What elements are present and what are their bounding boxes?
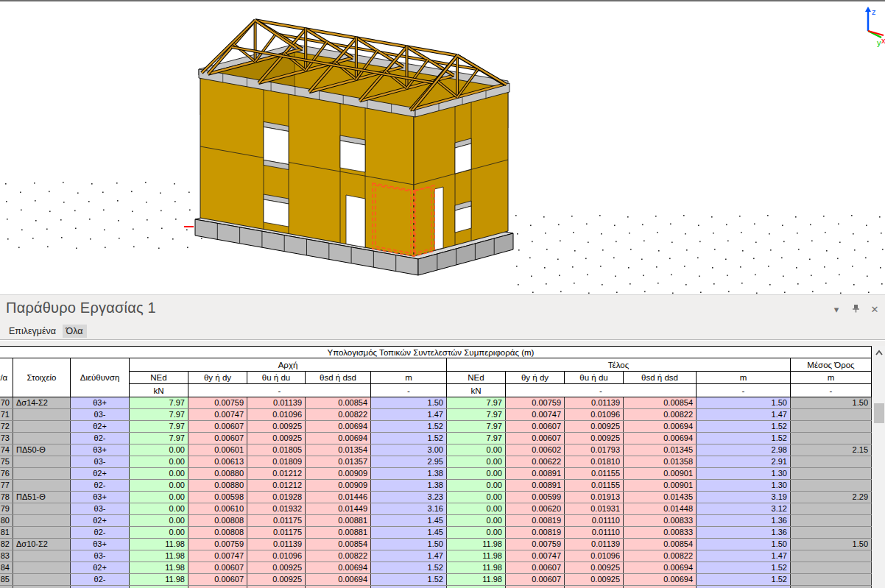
cell-thu-end[interactable]: 0.01810 [565,456,624,468]
cell-thsd-start[interactable]: 0.00881 [306,527,371,539]
cell-thu-end[interactable]: 0.00925 [565,433,624,444]
cell-thsd-start[interactable]: 0.00854 [306,539,371,550]
cell-thu-start[interactable]: 0.01805 [247,444,306,456]
cell-ned-end[interactable]: 7.97 [447,433,506,444]
cell-ned-end[interactable]: 0.00 [447,444,506,456]
cell-thy-start[interactable]: 0.00607 [188,574,247,586]
cell-thsd-end[interactable]: 0.00854 [624,539,697,550]
cell-thu-start[interactable]: 0.01932 [247,503,306,515]
cell-thy-end[interactable]: 0.00891 [506,468,565,480]
cell-thy-start[interactable]: 0.00808 [188,515,247,527]
cell-index[interactable]: 70 [0,397,13,409]
cell-thy-end[interactable]: 0.00891 [506,480,565,492]
cell-m-start[interactable]: 1.47 [371,550,447,562]
cell-thy-end[interactable]: 0.00819 [506,515,565,527]
cell-m-end[interactable]: 1.47 [697,409,791,421]
cell-element[interactable] [13,574,71,586]
cell-thsd-end[interactable]: 0.00854 [624,397,697,409]
cell-ned-end[interactable]: 10.94 [447,586,506,588]
cell-m-end[interactable]: 1.50 [697,539,791,550]
cell-element[interactable] [13,421,71,433]
cell-thsd-end[interactable]: 0.00901 [624,468,697,480]
cell-thy-start[interactable]: 0.00747 [188,409,247,421]
cell-direction[interactable]: θ2- [71,527,130,539]
cell-thsd-start[interactable]: 0.00909 [306,480,371,492]
cell-thu-end[interactable]: 0.01139 [565,397,624,409]
cell-ned-start[interactable]: 0.00 [130,468,188,480]
cell-thsd-start[interactable]: 0.01446 [306,492,371,503]
cell-m-start[interactable]: 1.50 [371,397,447,409]
cell-thy-end[interactable]: 0.00607 [506,574,565,586]
cell-average[interactable]: 2.15 [791,444,872,456]
cell-thy-start[interactable]: 0.00613 [188,456,247,468]
scrollbar-thumb[interactable] [874,403,884,423]
cell-thu-start[interactable]: 0.00925 [247,433,306,444]
cell-direction[interactable]: θ2+ [71,421,130,433]
cell-thsd-start[interactable]: 0.00822 [306,409,371,421]
cell-index[interactable]: 76 [0,468,13,480]
cell-thu-start[interactable]: 0.00925 [247,562,306,574]
cell-m-end[interactable]: 1.50 [697,397,791,409]
cell-ned-start[interactable]: 7.97 [130,421,188,433]
cell-m-end[interactable]: 1.52 [697,562,791,574]
cell-ned-end[interactable]: 0.00 [447,503,506,515]
cell-ned-start[interactable]: 0.00 [130,503,188,515]
cell-thu-start[interactable]: 0.01212 [247,480,306,492]
cell-ned-start[interactable]: 11.98 [130,562,188,574]
cell-ned-start[interactable]: 7.97 [130,409,188,421]
cell-ned-end[interactable]: 0.00 [447,456,506,468]
cell-index[interactable]: 77 [0,480,13,492]
cell-thu-start[interactable]: 0.01139 [247,539,306,550]
cell-thsd-end[interactable]: 0.00822 [624,550,697,562]
cell-thsd-end[interactable]: 0.01435 [624,492,697,503]
cell-m-start[interactable]: 1.52 [371,574,447,586]
cell-thu-end[interactable]: 0.01793 [565,444,624,456]
cell-element[interactable] [13,515,71,527]
cell-m-start[interactable]: 1.38 [371,468,447,480]
3d-viewport[interactable]: z y x [0,0,885,294]
cell-m-start[interactable]: 1.52 [371,433,447,444]
cell-thy-start[interactable]: 0.00607 [188,433,247,444]
cell-thsd-start[interactable]: 0.00694 [306,562,371,574]
cell-thu-end[interactable]: 0.00925 [565,574,624,586]
cell-thu-end[interactable]: 0.01139 [565,586,624,588]
cell-thu-end[interactable]: 0.01155 [565,480,624,492]
cell-direction[interactable]: θ3- [71,503,130,515]
cell-m-start[interactable]: 3.16 [371,503,447,515]
cell-thu-end[interactable]: 0.00925 [565,562,624,574]
cell-average[interactable] [791,433,872,444]
cell-thsd-start[interactable]: 0.00694 [306,433,371,444]
cell-thy-end[interactable]: 0.00759 [506,539,565,550]
cell-ned-start[interactable]: 7.97 [130,397,188,409]
cell-m-end[interactable]: 3.19 [697,492,791,503]
cell-average[interactable] [791,409,872,421]
cell-average[interactable] [791,480,872,492]
cell-thsd-end[interactable]: 0.00822 [624,409,697,421]
cell-element[interactable]: Δσ14-Σ2 [13,397,71,409]
cell-thsd-end[interactable]: 0.01345 [624,444,697,456]
cell-thsd-start[interactable]: 0.00854 [306,586,371,588]
cell-thy-end[interactable]: 0.00747 [506,550,565,562]
cell-thy-start[interactable]: 0.00880 [188,480,247,492]
cell-thu-start[interactable]: 0.01928 [247,492,306,503]
cell-thsd-start[interactable]: 0.00881 [306,515,371,527]
cell-thy-end[interactable]: 0.00759 [506,586,565,588]
cell-element[interactable] [13,409,71,421]
cell-direction[interactable]: θ3- [71,550,130,562]
cell-ned-start[interactable]: 7.97 [130,433,188,444]
cell-ned-start[interactable]: 0.00 [130,456,188,468]
cell-index[interactable]: 84 [0,562,13,574]
cell-average[interactable] [791,562,872,574]
cell-index[interactable]: 72 [0,421,13,433]
cell-thy-start[interactable]: 0.00759 [188,397,247,409]
cell-thu-end[interactable]: 0.01913 [565,492,624,503]
cell-m-end[interactable]: 1.52 [697,433,791,444]
cell-thu-start[interactable]: 0.01809 [247,456,306,468]
cell-m-end[interactable]: 2.91 [697,456,791,468]
cell-average[interactable] [791,527,872,539]
cell-element[interactable] [13,527,71,539]
cell-thu-end[interactable]: 0.01096 [565,409,624,421]
cell-ned-start[interactable]: 0.00 [130,527,188,539]
cell-average[interactable] [791,468,872,480]
cell-thy-start[interactable]: 0.00601 [188,444,247,456]
